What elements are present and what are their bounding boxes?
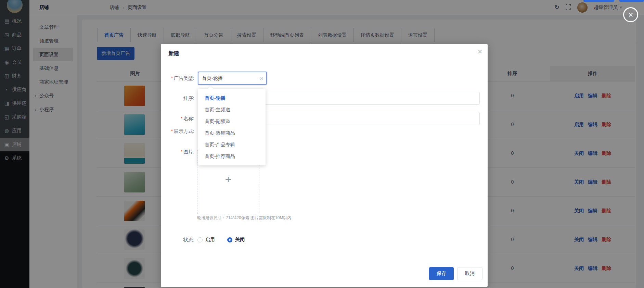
cancel-button[interactable]: 取消 [457, 267, 482, 280]
dropdown-option[interactable]: 首页-轮播 [198, 92, 266, 104]
required-mark: * [171, 128, 173, 134]
top-blue-bar-right [619, 0, 644, 2]
modal-footer: 保存 取消 [161, 267, 488, 280]
field-label-status: 状态: [161, 233, 194, 246]
ad-type-dropdown: 首页-轮播 首页-主频道 首页-副频道 首页-热销商品 首页-产品专辑 首页-推… [198, 89, 266, 165]
radio-disable-label[interactable]: 关闭 [235, 237, 245, 243]
field-label-ad-type: *广告类型: [161, 72, 194, 85]
label-text: 展示方式: [174, 128, 194, 134]
preview-close-button[interactable]: × [623, 7, 638, 22]
required-mark: * [181, 149, 182, 154]
close-icon: × [628, 10, 633, 20]
ad-type-select[interactable]: 首页-轮播 ⊗ [198, 72, 267, 85]
plus-icon: + [225, 174, 232, 185]
label-text: 状态: [183, 237, 194, 242]
dropdown-option[interactable]: 首页-热销商品 [198, 127, 266, 139]
save-button[interactable]: 保存 [429, 267, 454, 280]
dropdown-option[interactable]: 首页-推荐商品 [198, 150, 266, 162]
required-mark: * [181, 116, 182, 121]
field-label-image: *图片: [161, 145, 194, 158]
label-text: 图片: [183, 149, 194, 154]
status-radio-group: 启用 关闭 [197, 233, 245, 246]
clear-icon[interactable]: ⊗ [259, 75, 266, 82]
label-text: 名称: [183, 116, 194, 121]
radio-enable[interactable] [197, 237, 203, 242]
required-mark: * [171, 75, 173, 81]
dropdown-option[interactable]: 首页-产品专辑 [198, 139, 266, 150]
radio-disable[interactable] [227, 237, 232, 242]
dropdown-option[interactable]: 首页-主频道 [198, 104, 266, 115]
top-blue-bar-left [583, 0, 614, 2]
upload-hint: 轮播建议尺寸：714*420像素,图片需限制在10M以内 [197, 215, 291, 221]
modal-close-icon[interactable]: × [478, 48, 482, 55]
field-label-display-mode: *展示方式: [161, 125, 194, 138]
dropdown-option[interactable]: 首页-副频道 [198, 115, 266, 127]
field-label-name: *名称: [161, 112, 194, 125]
modal-title: 新建 [168, 50, 179, 57]
field-label-sort: 排序: [161, 92, 194, 105]
screen: ▤ 概况 ◳ 商品 ▦ 订单 ◉ 会员 [0, 0, 644, 288]
radio-enable-label[interactable]: 启用 [205, 237, 215, 243]
label-text: 排序: [183, 96, 194, 101]
ad-type-value: 首页-轮播 [198, 75, 259, 82]
label-text: 广告类型: [174, 75, 194, 81]
new-ad-modal: 新建 × *广告类型: 首页-轮播 ⊗ 排序: *名称: *展示方式: *图片:… [161, 44, 488, 287]
